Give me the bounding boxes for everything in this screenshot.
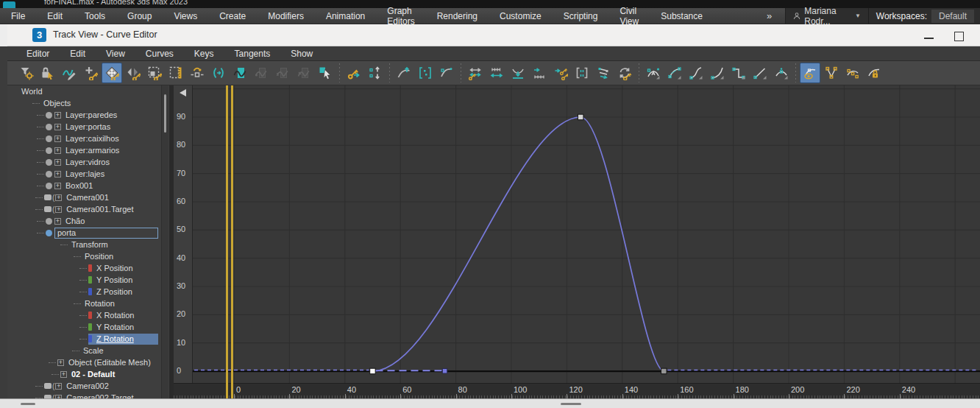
- track-layer-caixilhos[interactable]: +Layer:caixilhos: [7, 133, 169, 144]
- track-y-rotation[interactable]: Y Rotation: [7, 321, 169, 333]
- app-menu-graph-editors[interactable]: Graph Editors: [376, 8, 425, 24]
- select-keys-button[interactable]: [315, 63, 335, 83]
- add-keys-button[interactable]: [80, 63, 101, 83]
- track-box001[interactable]: +Box001: [7, 180, 169, 191]
- align-brackets-button[interactable]: [415, 63, 436, 83]
- track-camera002[interactable]: (+Camera002: [7, 380, 169, 392]
- scale-values-button[interactable]: [166, 63, 186, 83]
- animation-key-3[interactable]: [661, 368, 667, 374]
- track-02-default[interactable]: +02 - Default: [7, 368, 169, 380]
- expand-icon[interactable]: +: [54, 159, 61, 166]
- draw-curves-button[interactable]: [59, 63, 79, 83]
- expand-icon[interactable]: +: [54, 218, 61, 225]
- expand-icon[interactable]: +: [55, 383, 62, 390]
- track-objects[interactable]: Objects: [7, 97, 169, 109]
- tangent-slow-button[interactable]: [707, 63, 728, 83]
- user-account-widget[interactable]: Mariana Rodr... ▼: [785, 8, 868, 24]
- track-layer-portas[interactable]: +Layer:portas: [7, 121, 169, 133]
- tangent-step-button[interactable]: [728, 63, 749, 83]
- time-slider-line-right[interactable]: [231, 85, 233, 398]
- plot-hscroll-thumb[interactable]: [561, 403, 581, 405]
- minimize-button[interactable]: [924, 38, 934, 39]
- track-world[interactable]: World: [7, 85, 169, 97]
- track-x-position[interactable]: X Position: [7, 262, 169, 274]
- curve-rect-1-button[interactable]: [251, 63, 271, 83]
- expand-icon[interactable]: +: [54, 124, 61, 130]
- snap-key-button[interactable]: [344, 63, 364, 83]
- tree-vertical-scrollbar[interactable]: [161, 85, 168, 398]
- expand-icon[interactable]: +: [54, 171, 61, 177]
- flatten-keys-button[interactable]: [508, 63, 528, 83]
- app-menu-substance[interactable]: Substance: [650, 8, 714, 24]
- editor-menu-tangents[interactable]: Tangents: [224, 46, 281, 60]
- trackview-titlebar[interactable]: 3 Track View - Curve Editor: [7, 24, 980, 46]
- track-hierarchy-tree[interactable]: WorldObjects+Layer:paredes+Layer:portas+…: [7, 85, 169, 398]
- expand-icon[interactable]: +: [60, 371, 67, 378]
- track-layer-lajes[interactable]: +Layer:lajes: [7, 168, 169, 180]
- filter-keys-button[interactable]: [16, 63, 37, 83]
- move-vertical-button[interactable]: [365, 63, 386, 83]
- expand-icon[interactable]: +: [55, 194, 62, 201]
- app-menu-views[interactable]: Views: [163, 8, 208, 24]
- scale-keys-button[interactable]: [144, 63, 165, 83]
- curve-plot-svg[interactable]: [193, 85, 980, 383]
- retime-tool-button[interactable]: [187, 63, 207, 83]
- app-menu-tools[interactable]: Tools: [74, 8, 116, 24]
- trackview-window-icon[interactable]: 3: [32, 28, 46, 42]
- track-layer-vidros[interactable]: +Layer:vidros: [7, 156, 169, 168]
- time-ruler[interactable]: 020406080100120140160180200220240: [174, 383, 980, 398]
- app-menu-customize[interactable]: Customize: [489, 8, 553, 24]
- lock-selection-button[interactable]: [38, 63, 58, 83]
- tangent-spline-button[interactable]: [664, 63, 685, 83]
- slide-region-button[interactable]: [593, 63, 614, 83]
- stretch-keys-button[interactable]: [465, 63, 486, 83]
- expand-icon[interactable]: +: [54, 147, 61, 154]
- track-camera001[interactable]: (+Camera001: [7, 191, 169, 203]
- align-horizontal-button[interactable]: [486, 63, 507, 83]
- curve-rect-3-button[interactable]: [294, 63, 314, 83]
- tangent-fast-button[interactable]: [686, 63, 706, 83]
- track-transform[interactable]: Transform: [7, 239, 169, 250]
- ease-curve-button[interactable]: [394, 63, 414, 83]
- simple-key-button[interactable]: [230, 63, 250, 83]
- menu-overflow-chevrons[interactable]: »: [758, 8, 781, 24]
- expand-icon[interactable]: +: [54, 112, 61, 119]
- expand-icon[interactable]: +: [54, 183, 61, 189]
- track-rotation[interactable]: Rotation: [7, 298, 169, 309]
- region-keys-button[interactable]: [572, 63, 592, 83]
- track-camera002-target[interactable]: (+Camera002.Target: [7, 392, 169, 398]
- app-menu-edit[interactable]: Edit: [36, 8, 74, 24]
- editor-menu-curves[interactable]: Curves: [135, 46, 184, 60]
- tree-hscroll-thumb[interactable]: [21, 403, 35, 405]
- app-menu-scripting[interactable]: Scripting: [553, 8, 609, 24]
- snap-to-keys-button[interactable]: [550, 63, 571, 83]
- 3dsmax-app-icon[interactable]: [3, 1, 15, 8]
- curve-handle-button[interactable]: [436, 63, 457, 83]
- tangent-handle[interactable]: [442, 369, 447, 374]
- app-menu-modifiers[interactable]: Modifiers: [257, 8, 315, 24]
- workspace-selector[interactable]: Default: [931, 10, 974, 23]
- track-layer-paredes[interactable]: +Layer:paredes: [7, 109, 169, 121]
- editor-menu-view[interactable]: View: [96, 46, 135, 60]
- maximize-button[interactable]: [954, 32, 964, 41]
- editor-menu-edit[interactable]: Edit: [60, 46, 96, 60]
- app-menu-civil-view[interactable]: Civil View: [608, 8, 650, 24]
- expand-icon[interactable]: +: [54, 136, 61, 142]
- curve-plot[interactable]: [193, 85, 980, 383]
- tangent-linear-button[interactable]: [750, 63, 770, 83]
- curve-rect-2-button[interactable]: [272, 63, 293, 83]
- editor-menu-keys[interactable]: Keys: [184, 46, 224, 60]
- track-position[interactable]: Position: [7, 250, 169, 262]
- space-keys-button[interactable]: [529, 63, 550, 83]
- loop-keys-button[interactable]: [614, 63, 635, 83]
- unify-tangents-button[interactable]: [842, 63, 863, 83]
- tree-scrollbar-thumb[interactable]: [164, 94, 166, 133]
- expand-icon[interactable]: +: [57, 359, 64, 366]
- track-x-rotation[interactable]: X Rotation: [7, 309, 169, 321]
- expand-icon[interactable]: +: [55, 206, 62, 213]
- app-menu-group[interactable]: Group: [116, 8, 163, 24]
- app-menu-rendering[interactable]: Rendering: [426, 8, 489, 24]
- move-keys-button[interactable]: [102, 63, 122, 83]
- slide-keys-button[interactable]: [123, 63, 143, 83]
- lock-tangents-button[interactable]: [864, 63, 884, 83]
